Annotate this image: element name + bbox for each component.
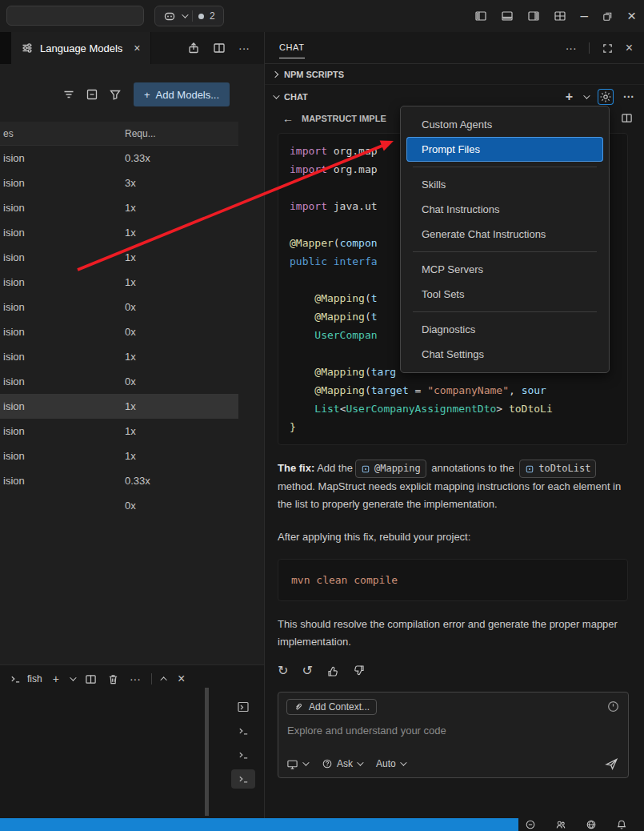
model-table-row[interactable]: 0x [0, 493, 238, 518]
add-context-button[interactable]: Add Context... [286, 699, 377, 715]
toggle-panel-icon[interactable] [501, 10, 514, 22]
toggle-secondary-sidebar-icon[interactable] [527, 10, 540, 22]
add-models-button[interactable]: + Add Models... [134, 82, 230, 106]
do-not-disturb-icon[interactable] [525, 819, 536, 830]
column-requests[interactable]: Requ... [121, 128, 156, 139]
chat-panel-tab[interactable]: CHAT [279, 42, 305, 58]
copilot-titlebar-control[interactable]: 2 [154, 6, 224, 26]
attach-screenshot-control[interactable] [286, 758, 307, 770]
accounts-icon[interactable] [555, 819, 566, 830]
model-table-row[interactable]: ision0x [0, 369, 238, 394]
command-center-search[interactable] [6, 6, 144, 26]
model-table-row[interactable]: ision0.33x [0, 468, 238, 493]
todtolist-chip[interactable]: toDtoList [519, 460, 596, 478]
terminal-tab-icon[interactable] [231, 721, 255, 741]
menu-item-skills[interactable]: Skills [406, 172, 603, 197]
globe-icon[interactable] [586, 819, 597, 830]
new-chat-chevron-icon[interactable] [583, 92, 590, 98]
terminal-tab-icon[interactable] [231, 745, 255, 765]
chat-input[interactable]: Add Context... Explore and understand yo… [278, 692, 629, 778]
tabbar-edge [0, 32, 11, 64]
terminal-more-icon[interactable]: ··· [130, 673, 141, 684]
send-icon[interactable] [605, 757, 618, 771]
model-table-row[interactable]: ision0x [0, 319, 238, 344]
code-line: @Mapping(target = "companyName", sour [290, 381, 616, 399]
thumbs-down-icon[interactable] [353, 664, 366, 677]
chat-more-icon[interactable]: ··· [623, 91, 634, 102]
terminal-output-icon[interactable] [231, 697, 255, 717]
panel-more-icon[interactable]: ··· [566, 42, 577, 54]
npm-scripts-label: NPM SCRIPTS [284, 70, 344, 79]
back-icon[interactable]: ← [282, 112, 294, 125]
menu-item-custom-agents[interactable]: Custom Agents [406, 112, 603, 137]
model-table-row[interactable]: ision0x [0, 295, 238, 319]
menu-item-prompt-files[interactable]: Prompt Files [406, 137, 603, 162]
terminal-scrollbar[interactable] [205, 688, 209, 816]
split-editor-icon[interactable] [213, 42, 226, 54]
maximize-panel-icon[interactable] [160, 676, 166, 683]
tab-language-models[interactable]: Language Models × [11, 32, 151, 64]
more-actions-icon[interactable]: ··· [238, 42, 250, 54]
split-view-icon[interactable] [621, 112, 633, 124]
model-table-row[interactable]: ision3x [0, 171, 238, 195]
model-table-body: ision0.33xision3xision1xision1xision1xis… [0, 146, 238, 518]
restore-button[interactable] [602, 10, 614, 22]
regenerate-icon[interactable]: ↻ [278, 664, 288, 677]
model-table-row[interactable]: ision1x [0, 419, 238, 444]
close-panel-icon[interactable]: × [626, 42, 633, 54]
mapping-chip[interactable]: @Mapping [355, 460, 426, 478]
terminal-profile-chevron-icon[interactable] [70, 674, 76, 680]
model-table-row[interactable]: ision1x [0, 444, 238, 468]
split-terminal-icon[interactable] [85, 673, 97, 685]
customize-layout-icon[interactable] [554, 10, 566, 22]
terminal-header: fish + ··· × [0, 665, 264, 692]
export-icon[interactable] [187, 42, 200, 54]
thumbs-up-icon[interactable] [326, 664, 339, 677]
model-table-row[interactable]: ision1x [0, 220, 238, 245]
model-table-row[interactable]: ision1x [0, 394, 238, 419]
model-table-row[interactable]: ision1x [0, 245, 238, 270]
menu-item-generate-chat-instructions[interactable]: Generate Chat Instructions [406, 222, 603, 247]
tab-close-icon[interactable]: × [134, 42, 140, 54]
new-chat-icon[interactable]: + [566, 90, 573, 103]
add-models-label: Add Models... [156, 89, 220, 101]
bell-icon[interactable] [616, 819, 627, 830]
fullscreen-icon[interactable] [602, 42, 614, 54]
configure-chat-button[interactable] [598, 90, 613, 104]
model-table-row[interactable]: ision1x [0, 270, 238, 295]
filter-icon[interactable] [109, 88, 122, 101]
new-terminal-icon[interactable]: + [53, 673, 59, 684]
symbol-icon [525, 464, 534, 474]
menu-item-chat-instructions[interactable]: Chat Instructions [406, 197, 603, 222]
kill-terminal-icon[interactable] [107, 673, 119, 685]
toggle-sidebar-icon[interactable] [474, 10, 487, 22]
model-picker[interactable]: Auto [376, 758, 405, 769]
terminal-tab[interactable]: fish [10, 673, 42, 685]
mode-picker[interactable]: Ask [322, 758, 362, 769]
menu-item-chat-settings[interactable]: Chat Settings [406, 342, 603, 367]
collapse-all-icon[interactable] [86, 88, 98, 101]
add-context-label: Add Context... [309, 701, 370, 713]
section-npm-scripts[interactable]: NPM SCRIPTS [265, 64, 644, 85]
model-table-row[interactable]: ision1x [0, 195, 238, 220]
terminal-tab-icon-active[interactable] [231, 769, 255, 789]
ask-mode-icon [322, 758, 333, 769]
model-table-row[interactable]: ision1x [0, 344, 238, 369]
chat-input-placeholder[interactable]: Explore and understand your code [278, 715, 628, 737]
filter-lines-icon[interactable] [62, 88, 75, 101]
command-text: mvn clean compile [291, 574, 398, 586]
divider [192, 10, 193, 22]
menu-separator [413, 251, 597, 252]
mode-label: Ask [337, 758, 353, 769]
command-code-block: mvn clean compile [278, 559, 628, 601]
context-window-indicator-icon[interactable] [606, 700, 620, 713]
menu-item-mcp-servers[interactable]: MCP Servers [406, 257, 603, 282]
close-window-button[interactable]: × [627, 7, 636, 25]
model-table-row[interactable]: ision0.33x [0, 146, 238, 171]
undo-icon[interactable]: ↺ [302, 664, 312, 677]
close-panel-icon[interactable]: × [178, 672, 185, 685]
menu-item-tool-sets[interactable]: Tool Sets [406, 282, 603, 307]
column-name[interactable]: es [0, 128, 121, 139]
minimize-button[interactable]: – [580, 8, 587, 24]
menu-item-diagnostics[interactable]: Diagnostics [406, 317, 603, 342]
